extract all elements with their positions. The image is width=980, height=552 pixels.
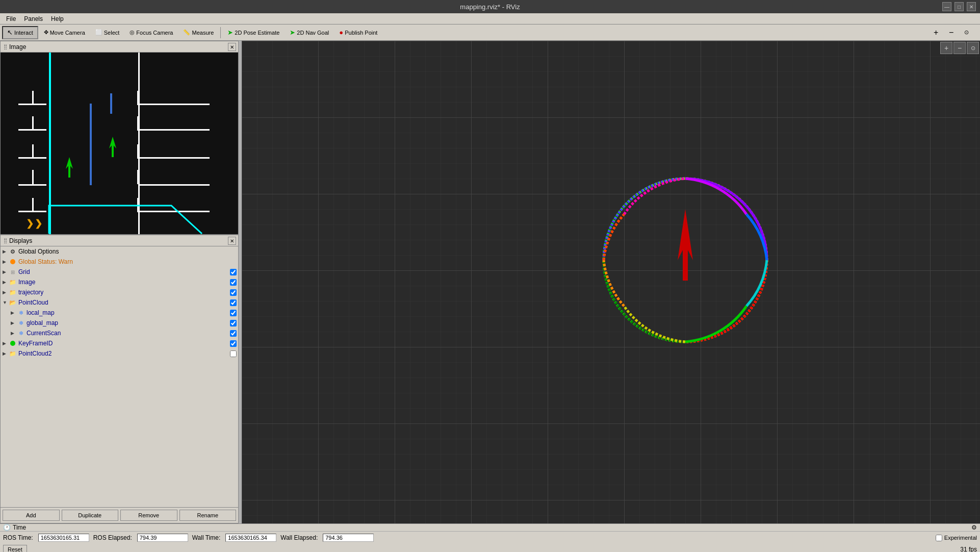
svg-rect-28 bbox=[112, 144, 114, 157]
pointcloud2-arrow: ▶ bbox=[3, 351, 9, 356]
pose-estimate-button[interactable]: ➤ 2D Pose Estimate bbox=[223, 26, 284, 39]
minimize-button[interactable]: — bbox=[942, 2, 951, 11]
maximize-button[interactable]: □ bbox=[955, 2, 964, 11]
wall-elapsed-label: Wall Elapsed: bbox=[280, 534, 318, 541]
measure-button[interactable]: 📏 Measure bbox=[178, 26, 218, 39]
trajectory-checkbox[interactable] bbox=[230, 289, 237, 296]
reset-button[interactable]: Reset bbox=[3, 545, 27, 552]
close-button[interactable]: ✕ bbox=[967, 2, 976, 11]
pointcloud2-label: PointCloud2 bbox=[18, 350, 228, 357]
zoom-out-button[interactable]: − bbox=[948, 26, 963, 39]
experimental-checkbox[interactable] bbox=[936, 535, 942, 541]
svg-rect-39 bbox=[242, 41, 980, 523]
move-camera-button[interactable]: ✥ Move Camera bbox=[39, 26, 90, 39]
reset-3d-button[interactable]: ⊙ bbox=[967, 42, 979, 54]
local-map-icon: ❄ bbox=[17, 309, 25, 317]
global-status-icon bbox=[9, 258, 17, 266]
zoom-in-3d-button[interactable]: + bbox=[940, 42, 952, 54]
nav-goal-icon: ➤ bbox=[290, 29, 295, 36]
grid-svg bbox=[242, 41, 980, 523]
displays-panel-close[interactable]: ✕ bbox=[228, 237, 236, 245]
svg-rect-16 bbox=[138, 157, 210, 159]
zoom-out-3d-button[interactable]: − bbox=[953, 42, 966, 54]
grid-display-icon: ⊞ bbox=[9, 268, 17, 276]
pointcloud-folder-icon: 📂 bbox=[9, 298, 17, 307]
menu-file[interactable]: File bbox=[2, 14, 20, 23]
image-panel-header: ⣿ Image ✕ bbox=[1, 41, 238, 53]
global-map-checkbox[interactable] bbox=[230, 320, 237, 327]
trajectory-label: trajectory bbox=[18, 289, 228, 296]
keyframeid-icon bbox=[9, 339, 17, 347]
grid-checkbox[interactable] bbox=[230, 269, 237, 275]
display-global-options[interactable]: ▶ ⚙ Global Options bbox=[1, 246, 238, 257]
displays-panel: ⣿ Displays ✕ ▶ ⚙ Global Options ▶ Global… bbox=[0, 235, 239, 523]
svg-rect-14 bbox=[138, 129, 210, 131]
collapse-arrows[interactable]: ❯ ❯ bbox=[26, 218, 42, 229]
interact-button[interactable]: ↖ Interact bbox=[2, 26, 38, 39]
menu-help[interactable]: Help bbox=[47, 14, 68, 23]
svg-rect-18 bbox=[138, 184, 210, 186]
keyframeid-label: KeyFrameID bbox=[18, 340, 228, 347]
displays-title: Displays bbox=[9, 237, 32, 244]
image-checkbox[interactable] bbox=[230, 279, 237, 286]
svg-rect-23 bbox=[90, 104, 92, 185]
display-keyframeid[interactable]: ▶ KeyFrameID bbox=[1, 338, 238, 348]
pointcloud-checkbox[interactable] bbox=[230, 299, 237, 306]
collapse-left-arrow[interactable]: ❯ bbox=[26, 218, 34, 229]
add-display-button[interactable]: Add bbox=[3, 510, 60, 521]
display-current-scan[interactable]: ▶ ❄ CurrentScan bbox=[1, 328, 238, 338]
local-map-label: local_map bbox=[27, 309, 228, 316]
ros-elapsed-label: ROS Elapsed: bbox=[93, 534, 132, 541]
image-display-label: Image bbox=[18, 279, 228, 286]
global-status-arrow: ▶ bbox=[3, 259, 9, 264]
rename-display-button[interactable]: Rename bbox=[179, 510, 237, 521]
time-values: ROS Time: 1653630165.31 ROS Elapsed: 794… bbox=[0, 532, 980, 544]
menu-panels[interactable]: Panels bbox=[20, 14, 47, 23]
menu-bar: File Panels Help bbox=[0, 13, 980, 24]
current-scan-label: CurrentScan bbox=[27, 330, 228, 337]
cursor-icon: ↖ bbox=[7, 29, 13, 36]
svg-rect-8 bbox=[18, 184, 46, 186]
current-scan-checkbox[interactable] bbox=[230, 330, 237, 337]
pointcloud-arrow: ▼ bbox=[3, 300, 9, 305]
svg-rect-0 bbox=[1, 53, 238, 234]
duplicate-display-button[interactable]: Duplicate bbox=[62, 510, 119, 521]
fps-display: 31 fps bbox=[960, 546, 977, 552]
local-map-checkbox[interactable] bbox=[230, 310, 237, 316]
svg-rect-24 bbox=[110, 93, 112, 114]
ros-time-value: 1653630165.31 bbox=[38, 534, 89, 542]
display-grid[interactable]: ▶ ⊞ Grid bbox=[1, 267, 238, 277]
image-svg bbox=[1, 53, 238, 234]
zoom-in-button[interactable]: + bbox=[933, 26, 947, 39]
collapse-right-arrow[interactable]: ❯ bbox=[35, 218, 42, 229]
image-panel-close[interactable]: ✕ bbox=[228, 43, 236, 51]
pointcloud2-checkbox[interactable] bbox=[230, 350, 237, 357]
focus-camera-button[interactable]: ◎ Focus Camera bbox=[125, 26, 177, 39]
local-map-arrow: ▶ bbox=[11, 310, 17, 315]
main-content: ⣿ Image ✕ bbox=[0, 41, 980, 523]
wall-elapsed-value: 794.36 bbox=[323, 534, 374, 542]
wall-time-value: 1653630165.34 bbox=[225, 534, 276, 542]
zoom-fit-button[interactable]: ⊙ bbox=[964, 26, 978, 39]
displays-buttons: Add Duplicate Remove Rename bbox=[1, 507, 238, 523]
svg-rect-12 bbox=[138, 104, 210, 105]
time-title: Time bbox=[13, 524, 26, 531]
select-button[interactable]: ⬜ Select bbox=[91, 26, 124, 39]
display-global-status[interactable]: ▶ Global Status: Warn bbox=[1, 257, 238, 267]
left-panel: ⣿ Image ✕ bbox=[0, 41, 239, 523]
keyframeid-checkbox[interactable] bbox=[230, 340, 237, 347]
display-local-map[interactable]: ▶ ❄ local_map bbox=[1, 308, 238, 318]
publish-point-button[interactable]: ● Publish Point bbox=[334, 26, 382, 39]
display-image[interactable]: ▶ 📁 Image bbox=[1, 277, 238, 287]
3d-view[interactable]: + − ⊙ bbox=[242, 41, 980, 523]
toolbar-separator-1 bbox=[220, 27, 221, 38]
display-pointcloud[interactable]: ▼ 📂 PointCloud bbox=[1, 297, 238, 308]
display-trajectory[interactable]: ▶ 📁 trajectory bbox=[1, 287, 238, 297]
focus-camera-icon: ◎ bbox=[130, 29, 135, 36]
nav-goal-button[interactable]: ➤ 2D Nav Goal bbox=[285, 26, 333, 39]
display-global-map[interactable]: ▶ ❄ global_map bbox=[1, 318, 238, 328]
display-pointcloud2[interactable]: ▶ 📁 PointCloud2 bbox=[1, 348, 238, 359]
remove-display-button[interactable]: Remove bbox=[120, 510, 177, 521]
status-bar: 🕐 Time ⚙ ROS Time: 1653630165.31 ROS Ela… bbox=[0, 523, 980, 552]
view-toolbar: + − ⊙ bbox=[939, 41, 980, 55]
